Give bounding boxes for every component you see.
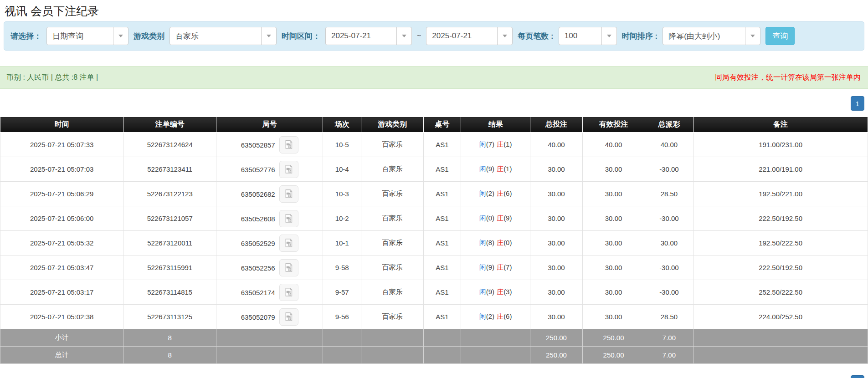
chevron-down-icon bbox=[113, 27, 128, 45]
query-mode-select[interactable]: 日期查询 bbox=[46, 27, 128, 45]
cell-total-bet[interactable]: 30.00 bbox=[530, 157, 582, 182]
date-from-value: 2025-07-21 bbox=[326, 27, 396, 45]
cell-round-id: 635052174 bbox=[216, 280, 323, 305]
cell-round-id: 635052256 bbox=[216, 255, 323, 280]
cell-valid-bet: 30.00 bbox=[582, 157, 645, 182]
chevron-down-icon bbox=[261, 27, 276, 45]
result-banker-label: 庄 bbox=[497, 140, 503, 148]
cell-payout: -30.00 bbox=[645, 157, 693, 182]
cell-round-id: 635052857 bbox=[216, 133, 323, 157]
video-replay-button[interactable] bbox=[279, 210, 298, 227]
time-sort-label: 时间排序 : bbox=[622, 31, 657, 41]
cell-table-id: AS1 bbox=[424, 255, 461, 280]
cell-bet-id: 522673113125 bbox=[123, 305, 216, 329]
chevron-down-icon bbox=[396, 27, 411, 45]
cell-remark: 222.50/192.50 bbox=[693, 206, 868, 231]
cell-total-bet[interactable]: 30.00 bbox=[530, 255, 582, 280]
cell-result: 闲(9)庄(7) bbox=[461, 255, 530, 280]
header-result: 结果 bbox=[461, 117, 530, 133]
time-sort-select[interactable]: 降幂(由大到小) bbox=[663, 27, 760, 45]
video-replay-button[interactable] bbox=[279, 308, 298, 326]
video-replay-button[interactable] bbox=[279, 136, 298, 153]
cell-total-bet[interactable]: 30.00 bbox=[530, 182, 582, 206]
cell-time: 2025-07-21 05:06:00 bbox=[0, 206, 123, 231]
cell-session: 9-58 bbox=[323, 255, 361, 280]
cell-table-id: AS1 bbox=[424, 206, 461, 231]
cell-session: 10-2 bbox=[323, 206, 361, 231]
result-banker-score: (3) bbox=[503, 288, 512, 296]
cell-result: 闲(2)庄(6) bbox=[461, 182, 530, 206]
date-to-select[interactable]: 2025-07-21 bbox=[426, 27, 513, 45]
total-count: 8 bbox=[123, 347, 216, 364]
cell-total-bet[interactable]: 30.00 bbox=[530, 305, 582, 329]
result-banker-score: (7) bbox=[503, 263, 512, 271]
date-from-select[interactable]: 2025-07-21 bbox=[325, 27, 412, 45]
page-size-select[interactable]: 100 bbox=[559, 27, 617, 45]
cell-table-id: AS1 bbox=[424, 157, 461, 182]
cell-remark: 192.50/221.00 bbox=[693, 182, 868, 206]
cell-round-id: 635052608 bbox=[216, 206, 323, 231]
cell-valid-bet: 30.00 bbox=[582, 231, 645, 255]
cell-result: 闲(0)庄(9) bbox=[461, 206, 530, 231]
video-replay-button[interactable] bbox=[279, 235, 298, 252]
chevron-down-icon bbox=[601, 27, 616, 45]
table-row: 2025-07-21 05:03:47 522673115991 6350522… bbox=[0, 255, 868, 280]
result-banker-label: 庄 bbox=[497, 165, 503, 173]
total-row: 总计 8 250.00 250.00 7.00 bbox=[0, 347, 868, 364]
round-id-text: 635052857 bbox=[241, 141, 275, 148]
cell-total-bet[interactable]: 30.00 bbox=[530, 280, 582, 305]
result-player-label: 闲 bbox=[479, 214, 486, 222]
video-file-icon bbox=[283, 189, 294, 199]
result-player-score: (8) bbox=[486, 239, 494, 246]
cell-game-type: 百家乐 bbox=[361, 280, 424, 305]
page-1-button[interactable]: 1 bbox=[851, 96, 864, 111]
cell-round-id: 635052529 bbox=[216, 231, 323, 255]
result-banker-score: (6) bbox=[503, 189, 512, 197]
result-banker-score: (6) bbox=[503, 312, 512, 320]
result-player-score: (7) bbox=[486, 140, 494, 148]
result-banker-label: 庄 bbox=[497, 214, 503, 222]
video-replay-button[interactable] bbox=[279, 259, 298, 276]
betting-records-table: 时间 注单编号 局号 场次 游戏类别 桌号 结果 总投注 有效投注 总派彩 备注… bbox=[0, 117, 868, 364]
video-replay-button[interactable] bbox=[279, 185, 298, 203]
cell-valid-bet: 30.00 bbox=[582, 182, 645, 206]
game-type-select[interactable]: 百家乐 bbox=[169, 27, 277, 45]
cell-bet-id: 522673121057 bbox=[123, 206, 216, 231]
cell-time: 2025-07-21 05:06:29 bbox=[0, 182, 123, 206]
cell-round-id: 635052079 bbox=[216, 305, 323, 329]
cell-total-bet[interactable]: 40.00 bbox=[530, 133, 582, 157]
select-mode-label: 请选择： bbox=[10, 31, 41, 41]
cell-table-id: AS1 bbox=[424, 305, 461, 329]
cell-bet-id: 522673122123 bbox=[123, 182, 216, 206]
cell-payout: -30.00 bbox=[645, 255, 693, 280]
header-bet-id: 注单编号 bbox=[123, 117, 216, 133]
cell-total-bet[interactable]: 30.00 bbox=[530, 231, 582, 255]
result-player-score: (0) bbox=[486, 214, 494, 222]
cell-time: 2025-07-21 05:03:47 bbox=[0, 255, 123, 280]
page-1-button[interactable]: 1 bbox=[851, 375, 864, 378]
video-replay-button[interactable] bbox=[279, 161, 298, 178]
result-banker-score: (0) bbox=[503, 239, 512, 246]
video-replay-button[interactable] bbox=[279, 284, 298, 301]
round-id-text: 635052608 bbox=[241, 215, 275, 222]
video-file-icon bbox=[283, 164, 294, 174]
header-game-type: 游戏类别 bbox=[361, 117, 424, 133]
valid-bet-notice: 同局有效投注，统一计算在该局第一张注单内 bbox=[715, 73, 861, 82]
result-player-label: 闲 bbox=[479, 140, 486, 148]
result-banker-label: 庄 bbox=[497, 288, 503, 296]
result-player-score: (2) bbox=[486, 189, 494, 197]
cell-result: 闲(7)庄(1) bbox=[461, 133, 530, 157]
header-time: 时间 bbox=[0, 117, 123, 133]
cell-total-bet[interactable]: 30.00 bbox=[530, 206, 582, 231]
cell-session: 9-56 bbox=[323, 305, 361, 329]
cell-result: 闲(9)庄(3) bbox=[461, 280, 530, 305]
cell-game-type: 百家乐 bbox=[361, 182, 424, 206]
cell-result: 闲(9)庄(1) bbox=[461, 157, 530, 182]
cell-result: 闲(8)庄(0) bbox=[461, 231, 530, 255]
cell-valid-bet: 30.00 bbox=[582, 206, 645, 231]
search-button[interactable]: 查询 bbox=[765, 27, 795, 45]
result-player-score: (9) bbox=[486, 165, 494, 173]
subtotal-valid-bet: 250.00 bbox=[582, 329, 645, 347]
result-banker-score: (9) bbox=[503, 214, 512, 222]
cell-remark: 224.00/252.50 bbox=[693, 305, 868, 329]
